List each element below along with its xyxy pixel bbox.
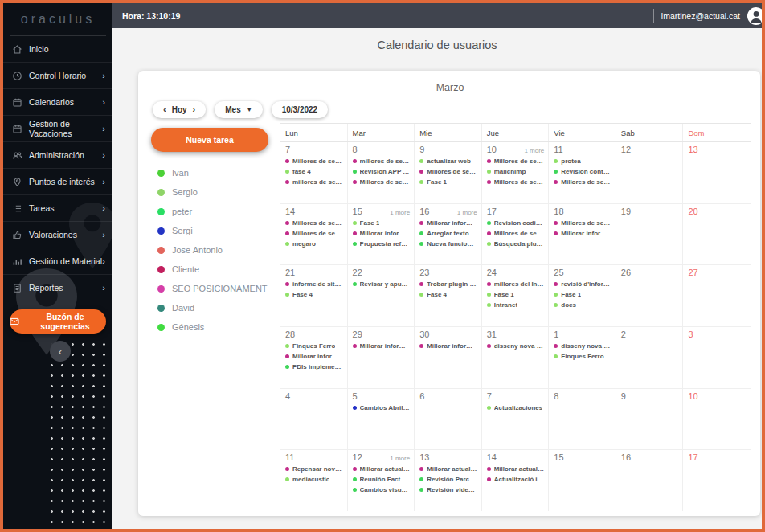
calendar-day-cell[interactable]: 2 [616, 327, 684, 388]
calendar-event[interactable]: Millores de seo a ... [353, 178, 411, 186]
calendar-event[interactable]: Revisar y apuntar... [353, 280, 411, 288]
calendar-day-cell[interactable]: 10 [683, 389, 751, 450]
today-button[interactable]: Hoy [172, 105, 187, 114]
user-item[interactable]: Jose Antonio [151, 240, 268, 260]
sidebar-item[interactable]: Control Horario › [3, 63, 112, 89]
calendar-day-cell[interactable]: 23 Trobar plugin qu... Fase 4 [415, 265, 482, 326]
more-events-label[interactable]: 1 more [390, 455, 410, 462]
calendar-event[interactable]: Millores de seo a ... [554, 178, 612, 186]
calendar-day-cell[interactable]: 3 [683, 327, 751, 388]
calendar-day-cell[interactable]: 13 [683, 142, 751, 203]
user-item[interactable]: Cliente [151, 260, 268, 279]
calendar-day-cell[interactable]: 30 Millorar informes... [415, 327, 482, 388]
calendar-event[interactable]: Fase 1 [419, 178, 477, 186]
calendar-event[interactable]: Arreglar texto de... [419, 230, 477, 237]
more-events-label[interactable]: 1 more [390, 209, 410, 216]
calendar-day-cell[interactable]: 12 [616, 142, 684, 203]
calendar-day-cell[interactable]: 16 1 more Millorar informes... Arreglar … [415, 204, 482, 265]
calendar-day-cell[interactable]: 15 1 more Fase 1 Millorar informes... Pr… [348, 204, 415, 265]
calendar-day-cell[interactable]: 25 revisió d'informe ... Fase 1 docs [549, 265, 616, 326]
calendar-event[interactable]: mailchimp [487, 168, 545, 175]
calendar-event[interactable]: megaro [285, 240, 343, 248]
calendar-event[interactable]: Revision control ... [554, 168, 612, 175]
calendar-event[interactable]: Millorar informes... [285, 353, 343, 360]
calendar-event[interactable]: Fase 4 [419, 291, 477, 298]
calendar-event[interactable]: Millores de seo a ... [285, 230, 343, 237]
user-item[interactable]: Sergio [151, 182, 268, 202]
calendar-day-cell[interactable]: 18 Millores de seo a ... Millorar inform… [549, 204, 616, 265]
calendar-event[interactable]: millores de seo a ... [353, 158, 411, 165]
calendar-event[interactable]: Millorar informes... [419, 342, 477, 350]
calendar-event[interactable]: Reunión Factorial [353, 476, 411, 483]
sidebar-item[interactable]: Reportes › [3, 275, 112, 301]
calendar-event[interactable]: Revisión Parc de ... [419, 476, 477, 483]
calendar-day-cell[interactable]: 10 1 more Millores de seo a ... mailchim… [482, 142, 550, 203]
calendar-event[interactable]: Cambios visuales... [353, 486, 411, 493]
calendar-event[interactable]: mediacustic [285, 476, 343, 483]
calendar-event[interactable]: Millorar informes... [353, 230, 411, 237]
calendar-event[interactable]: Búsqueda plugui... [487, 240, 545, 248]
calendar-day-cell[interactable]: 28 Finques Ferro Millorar informes... PD… [280, 327, 348, 388]
calendar-day-cell[interactable]: 12 1 more Millorar actualint... Reunión … [348, 450, 415, 511]
calendar-day-cell[interactable]: 11 protea Revision control ... Millores … [549, 142, 616, 203]
calendar-day-cell[interactable]: 17 [683, 450, 751, 511]
calendar-event[interactable]: millores del Infor... [487, 280, 545, 288]
calendar-event[interactable]: Cambios Abril 20... [353, 404, 411, 411]
prev-button[interactable]: ‹ [163, 105, 166, 114]
more-events-label[interactable]: 1 more [457, 209, 477, 216]
calendar-event[interactable]: Millores de seo a ... [419, 168, 477, 175]
sidebar-item[interactable]: Puntos de interés › [3, 169, 112, 195]
calendar-event[interactable]: Fase 4 [285, 291, 343, 298]
calendar-day-cell[interactable]: 13 Millorar actualint... Revisión Parc d… [415, 450, 482, 511]
sidebar-item[interactable]: Gestión de Material › [3, 248, 112, 275]
calendar-day-cell[interactable]: 24 millores del Infor... Fase 1 Intranet [482, 265, 550, 326]
sidebar-item[interactable]: Valoraciones › [3, 222, 112, 248]
calendar-event[interactable]: fase 4 [285, 168, 343, 175]
calendar-day-cell[interactable]: 14 Millores de seo a ... Millores de seo… [280, 204, 348, 265]
calendar-event[interactable]: disseny nova web [554, 342, 612, 350]
calendar-event[interactable]: Fase 1 [554, 291, 612, 298]
calendar-event[interactable]: Fase 1 [487, 291, 545, 298]
user-item[interactable]: Sergi [151, 221, 268, 240]
calendar-event[interactable]: actualizar web [419, 158, 477, 165]
calendar-event[interactable]: Finques Ferro [554, 353, 612, 360]
sidebar-item[interactable]: Calendarios › [3, 89, 112, 116]
calendar-event[interactable]: Millorar informes... [353, 342, 411, 350]
calendar-day-cell[interactable]: 9 [616, 389, 684, 450]
calendar-event[interactable]: Trobar plugin qu... [419, 280, 477, 288]
view-select[interactable]: Mes ▼ [215, 101, 262, 118]
calendar-day-cell[interactable]: 4 [280, 389, 348, 450]
user-item[interactable]: Ivan [151, 163, 268, 182]
user-item[interactable]: SEO POSICIONAMENT [151, 279, 268, 298]
calendar-day-cell[interactable]: 17 Revision codigo ... Millores de seo a… [482, 204, 550, 265]
calendar-event[interactable]: millores de seo a ... [285, 178, 343, 186]
calendar-day-cell[interactable]: 15 [549, 450, 616, 511]
calendar-event[interactable]: docs [554, 301, 612, 309]
calendar-day-cell[interactable]: 27 [683, 265, 751, 326]
calendar-event[interactable]: Revisión video m... [419, 486, 477, 493]
calendar-event[interactable]: Millores de seo a ... [487, 178, 545, 186]
calendar-event[interactable]: Revision codigo ... [487, 219, 545, 227]
next-button[interactable]: › [193, 105, 196, 114]
sidebar-item[interactable]: Administración › [3, 142, 112, 169]
user-item[interactable]: Génesis [151, 317, 268, 337]
calendar-event[interactable]: disseny nova web [487, 342, 545, 350]
calendar-event[interactable]: Revision APP Or... [353, 168, 411, 175]
calendar-event[interactable]: Millores de seo a ... [487, 230, 545, 237]
calendar-event[interactable]: Millorar actualint... [419, 465, 477, 473]
user-item[interactable]: peter [151, 202, 268, 221]
calendar-day-cell[interactable]: 20 [683, 204, 751, 265]
calendar-event[interactable]: Actualització info... [487, 476, 545, 483]
sidebar-item[interactable]: Inicio › [3, 36, 112, 63]
calendar-event[interactable]: Repensar nova w... [285, 465, 343, 473]
calendar-day-cell[interactable]: 14 Millorar actualint... Actualització i… [482, 450, 550, 511]
calendar-event[interactable]: Actualizaciones [487, 404, 545, 411]
calendar-event[interactable]: Nueva funcionali... [419, 240, 477, 248]
calendar-day-cell[interactable]: 29 Millorar informes... [348, 327, 415, 388]
calendar-day-cell[interactable]: 19 [616, 204, 684, 265]
sidebar-item[interactable]: Tareas › [3, 195, 112, 222]
calendar-event[interactable]: informe de situac... [285, 280, 343, 288]
calendar-event[interactable]: revisió d'informe ... [554, 280, 612, 288]
avatar[interactable] [747, 7, 765, 25]
sidebar-collapse-button[interactable]: ‹ [50, 341, 71, 362]
